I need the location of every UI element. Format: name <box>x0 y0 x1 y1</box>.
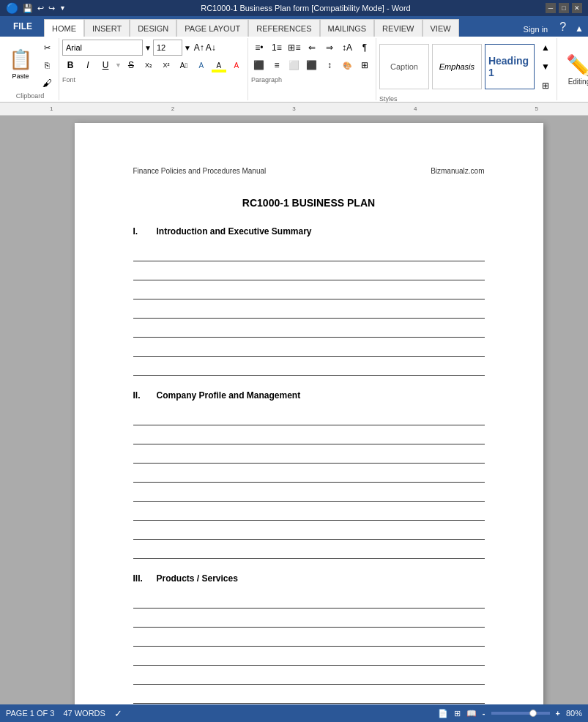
layout-icon[interactable]: ⊞ <box>454 709 461 718</box>
content-line[interactable] <box>133 524 485 540</box>
content-line[interactable] <box>133 302 485 319</box>
paragraph-group: ≡• 1≡ ⊞≡ ⇐ ⇒ ↕A ¶ ⬛ ≡ ⬜ ⬛ ↕ 🎨 ⊞ Paragrap… <box>248 38 376 100</box>
text-effect-button[interactable]: A <box>193 57 209 73</box>
tab-bar: FILE HOME INSERT DESIGN PAGE LAYOUT REFE… <box>0 16 588 37</box>
multilevel-button[interactable]: ⊞≡ <box>286 40 302 56</box>
cut-button[interactable]: ✂ <box>38 40 56 56</box>
zoom-plus-button[interactable]: + <box>556 709 560 718</box>
section-3-lines <box>133 592 485 704</box>
format-painter-button[interactable]: 🖌 <box>38 75 56 91</box>
show-formatting-button[interactable]: ¶ <box>357 40 373 56</box>
content-line[interactable] <box>133 650 485 666</box>
tab-mailings[interactable]: MAILINGS <box>320 19 375 37</box>
border-button[interactable]: ⊞ <box>357 57 373 73</box>
spelling-icon[interactable]: ✓ <box>114 708 122 719</box>
content-line[interactable] <box>133 428 485 444</box>
superscript-button[interactable]: X² <box>158 57 174 73</box>
shading-button[interactable]: 🎨 <box>339 57 355 73</box>
content-line[interactable] <box>133 447 485 464</box>
paste-icon: 📋 <box>9 48 32 71</box>
paste-button[interactable]: 📋 Paste <box>4 40 37 88</box>
tab-file[interactable]: FILE <box>1 16 44 37</box>
tab-home[interactable]: HOME <box>44 19 84 37</box>
close-button[interactable]: ✕ <box>572 3 582 13</box>
help-icon[interactable]: ? <box>555 18 570 37</box>
ribbon-collapse-icon[interactable]: ▲ <box>570 21 588 37</box>
styles-scroll-down[interactable]: ▼ <box>537 59 554 75</box>
style-heading1-button[interactable]: Heading 1 <box>485 44 535 89</box>
style-emphasis-button[interactable]: Emphasis <box>432 44 482 89</box>
content-line[interactable] <box>133 360 485 376</box>
emphasis-style-label: Emphasis <box>439 62 475 71</box>
highlight-button[interactable]: A <box>211 57 227 73</box>
line-spacing-button[interactable]: ↕ <box>321 57 338 73</box>
read-mode-icon[interactable]: 📖 <box>466 709 477 718</box>
sort-button[interactable]: ↕A <box>339 40 355 56</box>
content-line[interactable] <box>133 283 485 299</box>
content-line[interactable] <box>133 611 485 628</box>
align-center-button[interactable]: ≡ <box>269 57 285 73</box>
word-count: 47 WORDS <box>63 709 105 718</box>
content-line[interactable] <box>133 485 485 502</box>
clear-format-button[interactable]: A⃝ <box>176 57 192 73</box>
tab-design[interactable]: DESIGN <box>130 19 176 37</box>
tab-review[interactable]: REVIEW <box>374 19 422 37</box>
content-line[interactable] <box>133 630 485 647</box>
copy-button[interactable]: ⎘ <box>38 57 56 73</box>
decrease-indent-button[interactable]: ⇐ <box>304 40 320 56</box>
content-line[interactable] <box>133 592 485 609</box>
quick-dropdown[interactable]: ▼ <box>59 4 66 12</box>
numbering-button[interactable]: 1≡ <box>269 40 285 56</box>
font-size-dropdown-icon[interactable]: ▼ <box>184 44 191 52</box>
content-line[interactable] <box>133 688 485 704</box>
content-line[interactable] <box>133 505 485 521</box>
section-1-lines <box>133 245 485 376</box>
zoom-slider[interactable] <box>491 712 550 715</box>
subscript-button[interactable]: X₂ <box>141 57 157 73</box>
status-left: PAGE 1 OF 3 47 WORDS ✓ <box>6 708 122 719</box>
sign-in-button[interactable]: Sign in <box>516 22 556 37</box>
zoom-minus-button[interactable]: - <box>483 709 485 718</box>
style-caption-button[interactable]: Caption <box>379 44 429 89</box>
font-size-input[interactable] <box>153 40 182 56</box>
justify-button[interactable]: ⬛ <box>304 57 320 73</box>
font-increase-icon[interactable]: A↑ <box>194 42 204 53</box>
font-decrease-icon[interactable]: A↓ <box>206 42 216 53</box>
content-line[interactable] <box>133 669 485 685</box>
minimize-button[interactable]: ─ <box>546 3 556 13</box>
strikethrough-button[interactable]: S <box>123 57 139 73</box>
align-left-button[interactable]: ⬛ <box>251 57 267 73</box>
font-color-button[interactable]: A <box>228 57 245 73</box>
caption-style-label: Caption <box>390 62 418 71</box>
content-line[interactable] <box>133 321 485 338</box>
bold-button[interactable]: B <box>62 57 78 73</box>
status-bar: PAGE 1 OF 3 47 WORDS ✓ 📄 ⊞ 📖 - + 80% <box>0 704 588 722</box>
tab-page-layout[interactable]: PAGE LAYOUT <box>176 19 248 37</box>
content-line[interactable] <box>133 409 485 425</box>
content-line[interactable] <box>133 340 485 357</box>
quick-save[interactable]: 💾 <box>23 4 33 13</box>
page-container[interactable]: Finance Policies and Procedures Manual B… <box>44 116 573 704</box>
styles-scroll-up[interactable]: ▲ <box>537 40 554 56</box>
quick-undo[interactable]: ↩ <box>37 4 44 13</box>
font-dropdown-icon[interactable]: ▼ <box>144 44 152 52</box>
content-line[interactable] <box>133 264 485 280</box>
restore-button[interactable]: □ <box>559 3 569 13</box>
quick-redo[interactable]: ↪ <box>48 4 55 13</box>
content-line[interactable] <box>133 543 485 559</box>
tab-view[interactable]: VIEW <box>423 19 459 37</box>
view-mode-icon[interactable]: 📄 <box>438 709 448 718</box>
italic-button[interactable]: I <box>80 57 96 73</box>
content-line[interactable] <box>133 466 485 483</box>
document-page[interactable]: Finance Policies and Procedures Manual B… <box>75 123 543 704</box>
styles-expand[interactable]: ⊞ <box>537 78 554 94</box>
tab-insert[interactable]: INSERT <box>84 19 130 37</box>
editing-icon: ✏️ <box>566 53 588 78</box>
tab-references[interactable]: REFERENCES <box>248 19 319 37</box>
font-name-input[interactable] <box>62 40 143 56</box>
increase-indent-button[interactable]: ⇒ <box>321 40 338 56</box>
content-line[interactable] <box>133 245 485 261</box>
underline-button[interactable]: U <box>97 57 113 73</box>
align-right-button[interactable]: ⬜ <box>286 57 302 73</box>
bullets-button[interactable]: ≡• <box>251 40 267 56</box>
